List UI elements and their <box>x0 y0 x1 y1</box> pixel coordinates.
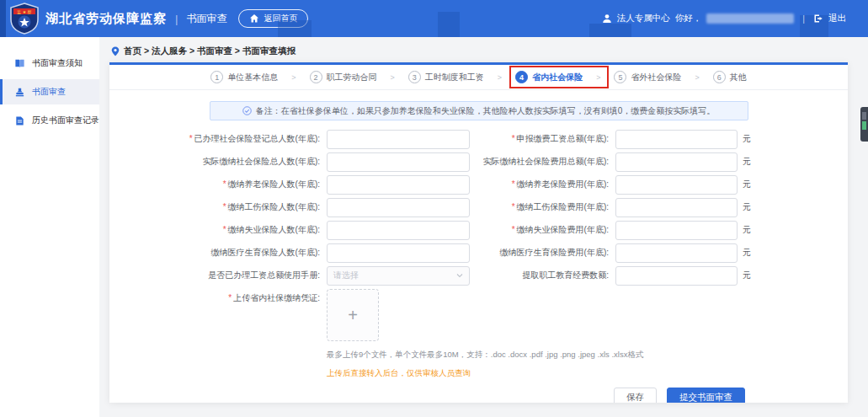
stamp-icon <box>14 87 25 98</box>
title-divider: | <box>175 13 178 25</box>
logout-icon <box>813 13 823 24</box>
sidebar-item-written-review[interactable]: 书面审查 <box>0 79 99 104</box>
notice-banner: 备注：在省社保参保单位，如果只参加养老保险和失业保险，其他险种人数按实际填写，没… <box>210 101 748 120</box>
step-wizard: 1单位基本信息 > 2职工劳动合同 > 3工时制度和工资 > 4省内社会保险 >… <box>109 65 848 90</box>
unit-suffix: 元 <box>743 201 751 213</box>
field-label: *缴纳工伤保险人数(年底): <box>109 201 327 213</box>
field-label: *缴纳养老保险人数(年底): <box>109 179 327 190</box>
home-icon <box>249 13 259 24</box>
field-label: 缴纳医疗生育保险人数(年底): <box>109 247 327 259</box>
unit-suffix: 元 <box>743 179 751 190</box>
step-5[interactable]: 5省外社会保险 <box>614 71 681 83</box>
medical-maternity-count-input[interactable] <box>327 243 470 263</box>
form-row: 缴纳医疗生育保险人数(年底): 缴纳医疗生育保险费用(年底): 元 <box>109 242 848 264</box>
step-6[interactable]: 6其他 <box>713 71 747 83</box>
actual-paid-fee-total-input[interactable] <box>615 152 738 172</box>
step-2[interactable]: 2职工劳动合同 <box>310 71 377 83</box>
actual-paid-total-input[interactable] <box>327 152 470 172</box>
step-4-group: 4省内社会保险 > <box>515 71 614 83</box>
form-card: 1单位基本信息 > 2职工劳动合同 > 3工时制度和工资 > 4省内社会保险 >… <box>109 62 848 403</box>
redacted-username <box>706 13 794 24</box>
upload-area: + 最多上传9个文件，单个文件最多10M，支持：.doc .docx .pdf … <box>327 289 643 379</box>
building-silhouette <box>278 20 312 37</box>
step-3[interactable]: 3工时制度和工资 <box>408 71 484 83</box>
step-chevron-icon: > <box>498 73 502 82</box>
location-pin-icon <box>111 46 120 56</box>
upload-row: *上传省内社保缴纳凭证: + 最多上传9个文件，单个文件最多10M，支持：.do… <box>109 289 848 379</box>
document-icon <box>14 115 25 126</box>
step-1[interactable]: 1单位基本信息 <box>210 71 278 83</box>
book-icon <box>14 58 25 69</box>
unit-suffix: 元 <box>743 224 751 236</box>
widget-segment <box>862 112 866 120</box>
step-chevron-icon: > <box>291 73 296 82</box>
field-label: *缴纳工伤保险费用(年底): <box>477 201 615 213</box>
field-label: *缴纳养老保险费用(年底): <box>477 179 615 190</box>
step-chevron-icon: > <box>391 73 395 82</box>
injury-insured-count-input[interactable] <box>327 198 470 217</box>
sidebar-nav: 书面审查须知 书面审查 历史书面审查记录 <box>0 37 99 417</box>
app-subtitle: 书面审查 <box>186 12 226 26</box>
main-content: 首页 > 法人服务 > 书面审查 > 书面审查填报 1单位基本信息 > 2职工劳… <box>99 37 868 417</box>
education-fund-amount-input[interactable] <box>615 266 738 286</box>
greeting-text: 你好， <box>675 13 702 24</box>
field-label: *缴纳失业保险人数(年底): <box>109 224 327 236</box>
medical-maternity-fee-input[interactable] <box>615 243 738 263</box>
header-separator: | <box>802 13 805 24</box>
field-label: *上传省内社保缴纳凭证: <box>109 289 327 379</box>
upload-warning-text: 上传后直接转入后台，仅供审核人员查询 <box>327 368 643 379</box>
pension-fee-input[interactable] <box>615 175 738 195</box>
wage-handbook-select[interactable]: 请选择 <box>327 266 470 286</box>
form-body: *已办理社会保险登记总人数(年底): *申报缴费工资总额(年底): 元 实际缴纳… <box>109 128 848 379</box>
logout-button[interactable]: 退出 <box>828 13 846 24</box>
declared-wage-total-input[interactable] <box>615 130 738 149</box>
unit-suffix: 元 <box>743 270 751 281</box>
building-silhouette <box>589 24 631 37</box>
form-row: *缴纳失业保险人数(年底): *缴纳失业保险费用(年底): 元 <box>109 219 848 241</box>
chevron-down-icon <box>456 272 463 279</box>
sidebar-item-review-history[interactable]: 历史书面审查记录 <box>0 108 99 133</box>
unit-suffix: 元 <box>743 156 751 168</box>
agency-emblem-logo: 监 ★ 察 <box>10 3 39 35</box>
field-label: 实际缴纳社会保险总人数(年底): <box>109 156 327 168</box>
user-icon <box>602 13 612 24</box>
field-label: 实际缴纳社会保险费用总额(年底): <box>477 156 615 168</box>
sidebar-item-review-notice[interactable]: 书面审查须知 <box>0 51 99 76</box>
unit-suffix: 元 <box>743 247 751 259</box>
field-label: 是否已办理工资总额使用手册: <box>109 270 327 281</box>
breadcrumb: 首页 > 法人服务 > 书面审查 > 书面审查填报 <box>99 37 868 62</box>
floating-widget[interactable] <box>860 107 868 142</box>
form-row: *已办理社会保险登记总人数(年底): *申报缴费工资总额(年底): 元 <box>109 128 848 150</box>
form-footer: 保存 提交书面审查 <box>109 388 848 403</box>
unemployment-insured-count-input[interactable] <box>327 221 470 240</box>
unit-suffix: 元 <box>743 133 751 145</box>
step-chevron-icon: > <box>695 73 699 82</box>
field-label: 提取职工教育经费数额: <box>477 270 615 281</box>
app-header: 监 ★ 察 湖北省劳动保障监察 | 书面审查 返回首页 法人专属中心 你好， |… <box>0 0 868 37</box>
step-4-active[interactable]: 4省内社会保险 <box>515 71 583 83</box>
svg-text:监 ★ 察: 监 ★ 察 <box>17 9 31 14</box>
step-chevron-icon: > <box>596 73 600 82</box>
form-row: 实际缴纳社会保险总人数(年底): 实际缴纳社会保险费用总额(年底): 元 <box>109 151 848 173</box>
user-center-label[interactable]: 法人专属中心 <box>617 13 670 24</box>
field-label: *缴纳失业保险费用(年底): <box>477 224 615 236</box>
check-circle-icon <box>242 106 252 115</box>
pension-insured-count-input[interactable] <box>327 175 470 195</box>
form-row: 是否已办理工资总额使用手册: 请选择 提取职工教育经费数额: 元 <box>109 265 848 286</box>
widget-segment <box>862 121 866 130</box>
header-left-strip <box>0 0 6 37</box>
upload-hint-text: 最多上传9个文件，单个文件最多10M，支持：.doc .docx .pdf .j… <box>327 350 643 361</box>
form-row: *缴纳养老保险人数(年底): *缴纳养老保险费用(年底): 元 <box>109 174 848 195</box>
field-label: 缴纳医疗生育保险费用(年底): <box>477 247 615 259</box>
save-button[interactable]: 保存 <box>614 388 657 403</box>
registered-insured-total-input[interactable] <box>327 130 470 149</box>
injury-fee-input[interactable] <box>615 198 738 217</box>
plus-icon: + <box>348 306 358 325</box>
app-title: 湖北省劳动保障监察 <box>45 11 167 27</box>
building-silhouette <box>438 12 460 37</box>
upload-add-button[interactable]: + <box>327 289 379 341</box>
form-row: *缴纳工伤保险人数(年底): *缴纳工伤保险费用(年底): 元 <box>109 196 848 218</box>
submit-review-button[interactable]: 提交书面审查 <box>667 388 745 403</box>
unemployment-fee-input[interactable] <box>615 221 738 240</box>
field-label: *已办理社会保险登记总人数(年底): <box>109 133 327 145</box>
